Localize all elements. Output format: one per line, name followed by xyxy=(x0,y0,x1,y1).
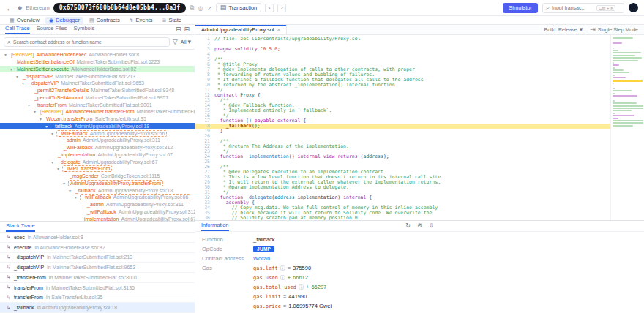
stack-item[interactable]: ↳_transferFromin MainnetTakerSubmittedFl… xyxy=(0,273,195,283)
tab-state[interactable]: ≣State xyxy=(159,17,185,24)
refresh-icon[interactable]: ↻ xyxy=(405,223,411,229)
trace-search-input[interactable] xyxy=(13,39,166,45)
tree-item[interactable]: ▾[Receiver]AllowanceHolder.transferFromM… xyxy=(0,108,195,116)
tree-chevron-icon[interactable]: ▾ xyxy=(57,166,62,171)
stack-item[interactable]: ↳_dispatchVIPin MainnetTakerSubmittedFla… xyxy=(0,253,195,263)
tree-chevron-icon[interactable]: ▾ xyxy=(4,52,10,57)
left-tab-symbols[interactable]: Symbols xyxy=(73,25,94,34)
code-line[interactable]: 1// file: zos-lib/contracts/upgradeabili… xyxy=(195,37,610,42)
tree-chevron-icon[interactable]: ▾ xyxy=(10,67,15,72)
prev-tx-button[interactable]: ‹ xyxy=(265,4,274,12)
share-icon[interactable]: ↗ xyxy=(207,4,212,12)
trace-search[interactable]: ⌕ xyxy=(4,37,170,47)
tree-item[interactable]: ▾_IMPL.transferFrom xyxy=(0,165,195,173)
tree-chevron-icon[interactable]: ▾ xyxy=(22,80,27,86)
tab-events[interactable]: ↯Events xyxy=(126,17,157,24)
tab-overview[interactable]: ▦Overview xyxy=(6,17,43,24)
tab-debugger[interactable]: ◉Debugger xyxy=(45,17,83,24)
tree-chevron-icon[interactable]: ▾ xyxy=(51,131,56,136)
tree-item[interactable]: ▾[Receiver]AllowanceHolder.execAllowance… xyxy=(0,51,195,59)
back-icon[interactable]: ← xyxy=(6,4,14,12)
tree-item[interactable]: ▾_delegateAdminUpgradeabilityProxy.sol:6… xyxy=(0,158,195,165)
code-line[interactable]: 32 function _delegate(address implementa… xyxy=(195,195,610,200)
tree-item[interactable]: _implementationAdminUpgradeabilityProxy.… xyxy=(0,215,195,221)
tree-item[interactable]: ▾_transferFromMainnetTakerSubmittedFlat.… xyxy=(0,101,195,108)
code-line[interactable]: 10 * returned by the abstract _implement… xyxy=(195,83,610,88)
collapse-all-icon[interactable]: ⊟ xyxy=(176,26,181,33)
tree-item[interactable]: ▾_fallbackAdminUpgradeabilityProxy.sol:1… xyxy=(0,123,195,130)
code-line[interactable]: 12contract Proxy { xyxy=(195,93,610,98)
stack-item[interactable]: ↳transferFromin MainnetTakerSubmittedFla… xyxy=(0,283,195,293)
next-tx-button[interactable]: › xyxy=(277,4,286,12)
code-line[interactable]: 5/** xyxy=(195,57,610,62)
tree-item[interactable]: ▾_willFallbackAdminUpgradeabilityProxy.s… xyxy=(0,194,195,201)
tree-item[interactable]: ▾_dispatchVIPMainnetTakerSubmittedFlat.s… xyxy=(0,72,195,80)
tree-item[interactable]: ▾MainnetSettler.executeAllowanceHolderBa… xyxy=(0,66,195,73)
tree-item[interactable]: _adminAdminUpgradeabilityProxy.sol:311 xyxy=(0,201,195,208)
close-icon[interactable]: × xyxy=(277,26,281,33)
transaction-chip[interactable]: ▤ Transaction xyxy=(216,3,261,12)
tree-item[interactable]: ▾_willFallbackAdminUpgradeabilityProxy.s… xyxy=(0,129,195,137)
tree-chevron-icon[interactable]: ▾ xyxy=(75,195,80,200)
left-tab-source-files[interactable]: Source Files xyxy=(37,25,67,34)
code-line[interactable]: 20 xyxy=(195,134,610,139)
tree-item[interactable]: ▾_fallbackAdminUpgradeabilityProxy.sol:1… xyxy=(0,186,195,194)
tx-hash-pill[interactable]: 0x6750073f680b8b64d8e05bb4...8a3f xyxy=(53,3,187,13)
stack-item[interactable]: ↳_fallbackin AdminUpgradeabilityProxy.so… xyxy=(0,303,195,313)
code-editor[interactable]: 1// file: zos-lib/contracts/upgradeabili… xyxy=(195,35,610,220)
stack-item[interactable]: ↳execin AllowanceHolder.sol:8 xyxy=(0,233,195,243)
tree-item-content: _transferFromMainnetTakerSubmittedFlat.s… xyxy=(33,102,154,108)
stack-item[interactable]: ↳executein AllowanceHolderBase.sol:82 xyxy=(0,243,195,253)
tree-chevron-icon[interactable]: ▾ xyxy=(45,124,50,129)
code-line[interactable]: 19 } xyxy=(195,129,610,134)
global-search[interactable]: ⌕ Ctrl + K xyxy=(542,3,624,13)
code-line[interactable]: 4 xyxy=(195,52,610,57)
tree-item[interactable]: _implementationAdminUpgradeabilityProxy.… xyxy=(0,151,195,159)
code-line[interactable]: 36 // Solidity scratch pad at memory pos… xyxy=(195,216,610,220)
gear-icon[interactable]: ⚙ xyxy=(417,223,422,229)
editor-tab[interactable]: AdminUpgradeabilityProxy.sol × xyxy=(195,25,287,34)
tree-item[interactable]: ▾_dispatchVIPMainnetTakerSubmittedFlat.s… xyxy=(0,80,195,87)
global-search-input[interactable] xyxy=(552,5,594,10)
download-icon[interactable]: ⇩ xyxy=(429,223,434,229)
minimap[interactable] xyxy=(610,35,644,220)
code-line[interactable]: 22 * @return The Address of the implemen… xyxy=(195,144,610,149)
tree-item[interactable]: _willFallbackAdminUpgradeabilityProxy.so… xyxy=(0,144,195,151)
filter-all-dropdown[interactable]: All ▾ xyxy=(181,39,191,45)
left-tab-call-trace[interactable]: Call Trace xyxy=(5,25,30,34)
copy-icon[interactable]: ⧉ xyxy=(190,4,194,12)
code-line[interactable]: 30 * @param implementation Address to de… xyxy=(195,185,610,190)
tree-chevron-icon[interactable]: ▾ xyxy=(28,102,33,108)
tree-chevron-icon[interactable]: ▾ xyxy=(40,116,45,121)
code-line[interactable]: 24 function _implementation() internal v… xyxy=(195,154,610,159)
build-dropdown[interactable]: Build: Release ▾ xyxy=(544,26,583,33)
tree-item[interactable]: _msgSenderCoinBridgeToken.sol:1115 xyxy=(0,173,195,180)
tree-chevron-icon[interactable]: ▾ xyxy=(63,181,68,186)
avatar[interactable] xyxy=(629,3,638,12)
stack-item[interactable]: ↳_dispatchVIPin MainnetTakerSubmittedFla… xyxy=(0,263,195,273)
tree-chevron-icon[interactable]: ▾ xyxy=(16,74,21,79)
gas-value: gas.price=1.06995774 Gwei xyxy=(253,303,332,309)
tree-item[interactable]: _adminAdminUpgradeabilityProxy.sol:311 xyxy=(0,137,195,144)
tree-item[interactable]: _willFallbackAdminUpgradeabilityProxy.so… xyxy=(0,208,195,216)
eye-icon[interactable]: ◎ xyxy=(198,4,203,12)
tree-item[interactable]: MainnetSettler.balanceOfMainnetTakerSubm… xyxy=(0,59,195,66)
code-line[interactable]: 15 * Implemented entirely in `_fallback`… xyxy=(195,108,610,113)
tree-chevron-icon[interactable]: ▾ xyxy=(69,188,74,193)
tree-item[interactable]: ▾Wocan.transferFromSafeTransferLib.sol:3… xyxy=(0,116,195,123)
tree-chevron-icon[interactable]: ▾ xyxy=(51,159,56,165)
code-line[interactable]: 25 xyxy=(195,159,610,165)
simulator-button[interactable]: Simulator xyxy=(503,3,538,13)
tree-item[interactable]: ▾AdminUpgradeabilityProxy.transferFrom xyxy=(0,180,195,187)
code-line[interactable]: 18 _fallback(); xyxy=(195,124,610,129)
contract-address-link[interactable]: Wocan xyxy=(253,255,270,262)
tab-contracts[interactable]: ▤Contracts xyxy=(86,17,124,24)
tree-item[interactable]: _permit2TransferDetailsMainnetTakerSubmi… xyxy=(0,87,195,94)
stack-item[interactable]: ↳transferFromin SafeTransferLib.sol:35 xyxy=(0,293,195,303)
single-step-toggle[interactable]: ⇥ Single Step Mode xyxy=(590,26,638,33)
tree-item[interactable]: _permitToSellAmountMainnetTakerSubmitted… xyxy=(0,94,195,102)
tree-chevron-icon[interactable]: ▾ xyxy=(34,109,39,114)
filter-icon[interactable]: ▽ xyxy=(173,39,178,45)
code-line[interactable]: 3pragma solidity ^0.5.0; xyxy=(195,47,610,52)
expand-all-icon[interactable]: ⊞ xyxy=(184,26,190,33)
